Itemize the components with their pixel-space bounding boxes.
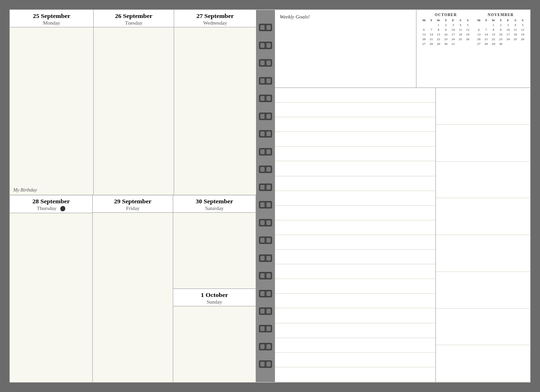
thursday-body[interactable]: [10, 213, 92, 382]
lined-row[interactable]: [275, 117, 435, 132]
spiral-coil: [259, 59, 272, 67]
spiral-coil: [259, 77, 272, 85]
lined-row[interactable]: [275, 308, 435, 323]
cal-day-cell: 26: [519, 37, 526, 42]
lined-row[interactable]: [275, 367, 435, 382]
tuesday-header: 26 September Tuesday: [94, 10, 174, 27]
cal-day-cell: 14: [482, 32, 489, 37]
cal-day-cell: 16: [442, 32, 449, 37]
lined-row[interactable]: [275, 353, 435, 367]
cal-header-cell: S: [512, 18, 519, 23]
spiral-coil: [259, 201, 272, 209]
cal-day-cell: 7: [482, 27, 489, 32]
cal-day-cell: 9: [442, 27, 449, 32]
mini-calendars-row: OCTOBER MTWTFSS1234567891011121314151617…: [420, 13, 526, 46]
left-column: 25 September Monday My Birthday 26 Septe…: [10, 10, 256, 382]
notes-block[interactable]: [436, 235, 530, 272]
cal-day-cell: 9: [497, 27, 504, 32]
cal-day-cell: 22: [490, 37, 497, 42]
cal-day-cell: 20: [420, 37, 427, 42]
lined-row[interactable]: [275, 147, 435, 161]
lined-row[interactable]: [275, 161, 435, 176]
cal-day-cell: 10: [505, 27, 512, 32]
cal-day-cell: 13: [475, 32, 482, 37]
cal-day-cell: 11: [512, 27, 519, 32]
lined-row[interactable]: [275, 132, 435, 147]
spiral-coil: [259, 130, 272, 138]
cal-day-cell: 11: [457, 27, 464, 32]
cal-day-cell: 15: [435, 32, 442, 37]
lined-row[interactable]: [275, 206, 435, 220]
lined-row[interactable]: [275, 250, 435, 264]
spiral-coil: [259, 166, 272, 173]
lined-row[interactable]: [275, 220, 435, 235]
lined-row[interactable]: [275, 279, 435, 294]
november-title: NOVEMBER: [475, 13, 526, 17]
right-top-section: Weekly Goals! OCTOBER MTWTFSS12345678910…: [275, 10, 530, 88]
notes-block[interactable]: [436, 125, 530, 162]
lined-row[interactable]: [275, 103, 435, 117]
monday-cell: 25 September Monday My Birthday: [10, 10, 94, 195]
cal-day-cell: 3: [505, 23, 512, 27]
wednesday-cell: 27 September Wednesday: [174, 10, 256, 195]
notes-block[interactable]: [436, 88, 530, 125]
sunday-cell: 1 October Sunday: [173, 289, 256, 383]
lined-row[interactable]: [275, 338, 435, 353]
notes-block[interactable]: [436, 272, 530, 309]
thursday-name: Thursday: [10, 205, 92, 211]
october-mini-cal: OCTOBER MTWTFSS1234567891011121314151617…: [420, 13, 471, 46]
cal-day-cell: [420, 23, 427, 27]
lined-row[interactable]: [275, 323, 435, 338]
sunday-header: 1 October Sunday: [173, 289, 256, 306]
cal-day-cell: 30: [442, 42, 449, 46]
spiral-coil: [259, 254, 272, 262]
cal-day-cell: 27: [420, 42, 427, 46]
cal-day-cell: [475, 23, 482, 27]
notes-block[interactable]: [436, 198, 530, 235]
monday-body[interactable]: My Birthday: [10, 27, 93, 195]
cal-day-cell: 29: [435, 42, 442, 46]
notes-block[interactable]: [436, 309, 530, 346]
thursday-cell: 28 September Thursday: [10, 195, 93, 382]
lined-row[interactable]: [275, 235, 435, 250]
cal-day-cell: [457, 42, 464, 46]
wednesday-name: Wednesday: [174, 20, 256, 26]
sunday-body[interactable]: [173, 306, 256, 383]
cal-day-cell: 21: [427, 37, 434, 42]
cal-day-cell: [464, 42, 471, 46]
cal-day-cell: 28: [427, 42, 434, 46]
spiral-coil: [259, 113, 272, 120]
monday-name: Monday: [10, 20, 93, 26]
moon-icon: [60, 206, 65, 211]
wednesday-header: 27 September Wednesday: [174, 10, 256, 27]
tuesday-body[interactable]: [94, 27, 174, 195]
spiral-coil: [259, 272, 272, 279]
right-notes-sidebar: [435, 88, 530, 382]
cal-day-cell: [519, 42, 526, 46]
top-week-row: 25 September Monday My Birthday 26 Septe…: [10, 10, 256, 195]
friday-date: 29 September: [93, 198, 173, 205]
cal-day-cell: 18: [512, 32, 519, 37]
wednesday-body[interactable]: [174, 27, 256, 195]
saturday-body[interactable]: [173, 213, 256, 288]
thursday-header: 28 September Thursday: [10, 195, 92, 213]
cal-day-cell: 23: [442, 37, 449, 42]
cal-header-cell: T: [442, 18, 449, 23]
cal-day-cell: 12: [464, 27, 471, 32]
cal-day-cell: 4: [512, 23, 519, 27]
lined-row[interactable]: [275, 191, 435, 206]
spiral-coil: [259, 183, 272, 191]
friday-header: 29 September Friday: [93, 195, 173, 213]
notes-block[interactable]: [436, 162, 530, 199]
cal-day-cell: 18: [457, 32, 464, 37]
lined-row[interactable]: [275, 264, 435, 279]
lined-row[interactable]: [275, 294, 435, 308]
mini-calendars-section: OCTOBER MTWTFSS1234567891011121314151617…: [416, 10, 530, 87]
notes-block[interactable]: [436, 345, 530, 382]
cal-day-cell: 5: [519, 23, 526, 27]
lined-area: [275, 88, 435, 382]
cal-day-cell: 17: [450, 32, 457, 37]
friday-body[interactable]: [93, 213, 173, 382]
lined-row[interactable]: [275, 88, 435, 103]
lined-row[interactable]: [275, 176, 435, 191]
